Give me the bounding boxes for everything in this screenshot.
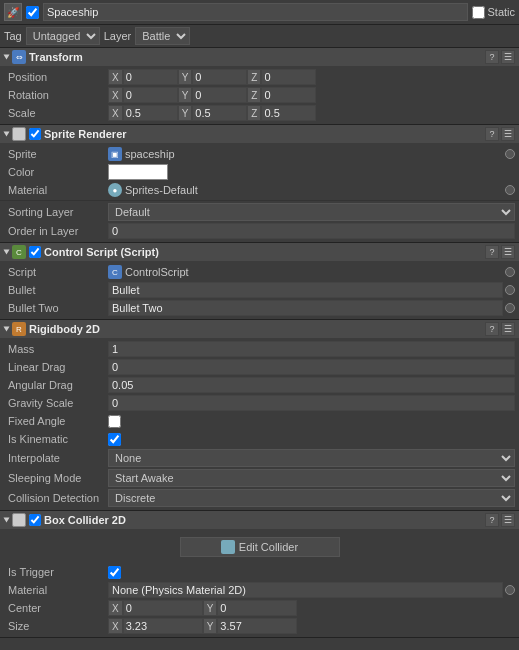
rot-z-input[interactable]	[261, 87, 316, 103]
bullet-ref-button[interactable]	[505, 285, 515, 295]
order-in-layer-input[interactable]	[108, 223, 515, 239]
box-collider-header[interactable]: Box Collider 2D ? ☰	[0, 511, 519, 529]
is-trigger-checkbox[interactable]	[108, 566, 121, 579]
object-name-input[interactable]	[43, 3, 468, 21]
pos-y-input[interactable]	[192, 69, 247, 85]
center-x-input[interactable]	[123, 600, 203, 616]
layer-select[interactable]: Battle	[135, 27, 190, 45]
pos-z-label: Z	[247, 69, 261, 85]
box-collider-expand-icon	[4, 518, 10, 523]
size-y-input[interactable]	[217, 618, 297, 634]
edit-collider-label: Edit Collider	[239, 541, 298, 553]
color-picker[interactable]	[108, 164, 168, 180]
inspector-scroll[interactable]: ⇔ Transform ? ☰ Position X Y Z	[0, 48, 519, 646]
transform-header[interactable]: ⇔ Transform ? ☰	[0, 48, 519, 66]
collision-detection-select[interactable]: Discrete	[108, 489, 515, 507]
center-value: X Y	[108, 600, 515, 616]
bullet-two-ref-button[interactable]	[505, 303, 515, 313]
rigidbody2d-header-icons: ? ☰	[485, 322, 515, 336]
collider-material-ref-button[interactable]	[505, 585, 515, 595]
layer-label: Layer	[104, 30, 132, 42]
size-value: X Y	[108, 618, 515, 634]
script-label: Script	[8, 266, 108, 278]
box-collider-settings-icon[interactable]: ?	[485, 513, 499, 527]
bullet-input[interactable]	[108, 282, 503, 298]
sprite-value: ▣ spaceship	[108, 147, 515, 161]
fixed-angle-label: Fixed Angle	[8, 415, 108, 427]
gravity-input[interactable]	[108, 395, 515, 411]
transform-menu-icon[interactable]: ☰	[501, 50, 515, 64]
script-value: C ControlScript	[108, 265, 515, 279]
is-kinematic-checkbox[interactable]	[108, 433, 121, 446]
transform-settings-icon[interactable]: ?	[485, 50, 499, 64]
sprite-renderer-menu-icon[interactable]: ☰	[501, 127, 515, 141]
box-collider-menu-icon[interactable]: ☰	[501, 513, 515, 527]
static-toggle[interactable]: Static	[472, 6, 515, 19]
linear-drag-row: Linear Drag	[0, 358, 519, 376]
sprite-ref-button[interactable]	[505, 149, 515, 159]
material-ref-button[interactable]	[505, 185, 515, 195]
sprite-renderer-active[interactable]	[29, 128, 41, 140]
control-script-menu-icon[interactable]: ☰	[501, 245, 515, 259]
size-x-input[interactable]	[123, 618, 203, 634]
size-x-label: X	[108, 618, 123, 634]
control-script-expand-icon	[4, 250, 10, 255]
scale-z-input[interactable]	[261, 105, 316, 121]
gravity-value	[108, 395, 515, 411]
bullet-two-input[interactable]	[108, 300, 503, 316]
gravity-row: Gravity Scale	[0, 394, 519, 412]
mass-input[interactable]	[108, 341, 515, 357]
position-row: Position X Y Z	[0, 68, 519, 86]
control-script-settings-icon[interactable]: ?	[485, 245, 499, 259]
rot-x-input[interactable]	[123, 87, 178, 103]
rigidbody2d-settings-icon[interactable]: ?	[485, 322, 499, 336]
material-name: Sprites-Default	[125, 184, 198, 196]
sprite-renderer-header[interactable]: Sprite Renderer ? ☰	[0, 125, 519, 143]
rigidbody2d-menu-icon[interactable]: ☰	[501, 322, 515, 336]
sprite-renderer-expand-icon	[4, 132, 10, 137]
pos-z-input[interactable]	[261, 69, 316, 85]
sleeping-mode-select[interactable]: Start Awake	[108, 469, 515, 487]
pos-x-input[interactable]	[123, 69, 178, 85]
collider-material-input[interactable]	[108, 582, 503, 598]
edit-collider-button[interactable]: Edit Collider	[180, 537, 340, 557]
script-name: ControlScript	[125, 266, 189, 278]
sorting-layer-select[interactable]: Default	[108, 203, 515, 221]
scale-y-input[interactable]	[192, 105, 247, 121]
static-checkbox[interactable]	[472, 6, 485, 19]
material-ref: ● Sprites-Default	[108, 183, 503, 197]
is-trigger-row: Is Trigger	[0, 563, 519, 581]
pos-y-label: Y	[178, 69, 193, 85]
material-value: ● Sprites-Default	[108, 183, 515, 197]
color-label: Color	[8, 166, 108, 178]
active-checkbox[interactable]	[26, 6, 39, 19]
collider-material-row: Material	[0, 581, 519, 599]
center-y-input[interactable]	[217, 600, 297, 616]
fixed-angle-checkbox[interactable]	[108, 415, 121, 428]
angular-drag-input[interactable]	[108, 377, 515, 393]
control-script-icon: C	[12, 245, 26, 259]
scale-x-input[interactable]	[123, 105, 178, 121]
material-icon: ●	[108, 183, 122, 197]
interpolate-select[interactable]: None	[108, 449, 515, 467]
center-row: Center X Y	[0, 599, 519, 617]
control-script-active[interactable]	[29, 246, 41, 258]
material-row: Material ● Sprites-Default	[0, 181, 519, 199]
control-script-header[interactable]: C Control Script (Script) ? ☰	[0, 243, 519, 261]
rot-y-input[interactable]	[192, 87, 247, 103]
tag-select[interactable]: Untagged	[26, 27, 100, 45]
sprite-renderer-settings-icon[interactable]: ?	[485, 127, 499, 141]
script-ref-button[interactable]	[505, 267, 515, 277]
box-collider-active[interactable]	[29, 514, 41, 526]
script-row: Script C ControlScript	[0, 263, 519, 281]
sprite-renderer-title: Sprite Renderer	[44, 128, 482, 140]
rigidbody2d-header[interactable]: R Rigidbody 2D ? ☰	[0, 320, 519, 338]
sleeping-mode-row: Sleeping Mode Start Awake	[0, 468, 519, 488]
collision-detection-label: Collision Detection	[8, 492, 108, 504]
linear-drag-input[interactable]	[108, 359, 515, 375]
color-value[interactable]	[108, 164, 515, 180]
rot-z-label: Z	[247, 87, 261, 103]
rigidbody2d-body: Mass Linear Drag Angular Drag Gravity Sc…	[0, 338, 519, 510]
scale-z-label: Z	[247, 105, 261, 121]
size-label: Size	[8, 620, 108, 632]
